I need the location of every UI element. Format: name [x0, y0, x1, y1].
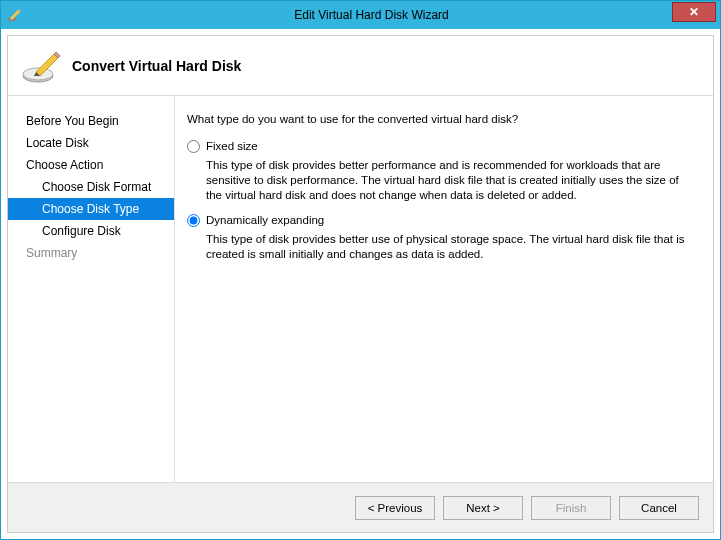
content-row: Before You BeginLocate DiskChoose Action…: [8, 96, 713, 482]
sidebar-item-choose-disk-format[interactable]: Choose Disk Format: [8, 176, 174, 198]
app-icon: [7, 7, 23, 23]
options-group: Fixed sizeThis type of disk provides bet…: [187, 139, 697, 262]
sidebar-item-summary: Summary: [8, 242, 174, 264]
radio-fixed-size[interactable]: [187, 140, 200, 153]
dialog-body: Convert Virtual Hard Disk Before You Beg…: [7, 35, 714, 533]
sidebar-item-configure-disk[interactable]: Configure Disk: [8, 220, 174, 242]
radio-dynamically-expanding[interactable]: [187, 214, 200, 227]
wizard-header: Convert Virtual Hard Disk: [8, 36, 713, 96]
option-dynamically-expanding: Dynamically expandingThis type of disk p…: [187, 213, 697, 262]
sidebar-item-locate-disk[interactable]: Locate Disk: [8, 132, 174, 154]
page-title: Convert Virtual Hard Disk: [72, 58, 241, 74]
option-label: Dynamically expanding: [206, 213, 324, 228]
option-row[interactable]: Fixed size: [187, 139, 697, 154]
sidebar-item-choose-action[interactable]: Choose Action: [8, 154, 174, 176]
close-icon: ✕: [689, 5, 699, 19]
disk-pencil-icon: [22, 46, 62, 86]
option-row[interactable]: Dynamically expanding: [187, 213, 697, 228]
titlebar: Edit Virtual Hard Disk Wizard ✕: [1, 1, 720, 29]
close-button[interactable]: ✕: [672, 2, 716, 22]
wizard-window: Edit Virtual Hard Disk Wizard ✕ Convert …: [0, 0, 721, 540]
next-button[interactable]: Next >: [443, 496, 523, 520]
finish-button[interactable]: Finish: [531, 496, 611, 520]
window-title: Edit Virtual Hard Disk Wizard: [23, 8, 720, 22]
previous-button[interactable]: < Previous: [355, 496, 435, 520]
option-fixed-size: Fixed sizeThis type of disk provides bet…: [187, 139, 697, 203]
sidebar-item-choose-disk-type[interactable]: Choose Disk Type: [8, 198, 174, 220]
question-text: What type do you want to use for the con…: [187, 112, 697, 127]
wizard-footer: < Previous Next > Finish Cancel: [8, 482, 713, 532]
steps-sidebar: Before You BeginLocate DiskChoose Action…: [8, 96, 175, 482]
option-label: Fixed size: [206, 139, 258, 154]
option-description: This type of disk provides better perfor…: [206, 158, 697, 203]
sidebar-item-before-you-begin[interactable]: Before You Begin: [8, 110, 174, 132]
main-panel: What type do you want to use for the con…: [175, 96, 713, 482]
cancel-button[interactable]: Cancel: [619, 496, 699, 520]
option-description: This type of disk provides better use of…: [206, 232, 697, 262]
